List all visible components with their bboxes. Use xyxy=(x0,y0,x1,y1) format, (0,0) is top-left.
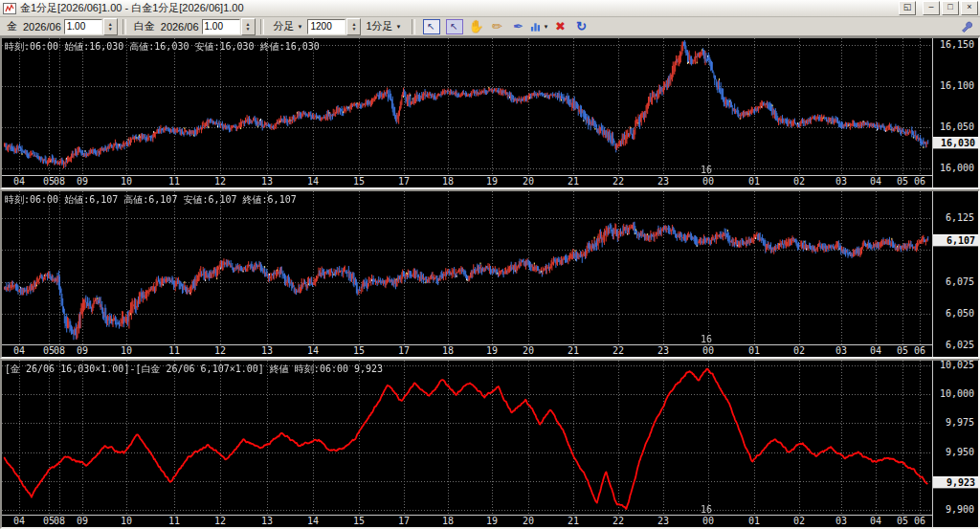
spread-formula-readout: [金 26/06 16,030×1.00]-[白金 26/06 6,107×1.… xyxy=(5,363,383,376)
time-axis-label: 20 xyxy=(523,516,534,526)
window-title: 金1分足[2026/06]1.00 - 白金1分足[2026/06]1.00 xyxy=(20,1,244,15)
price-axis-label: 16,150 xyxy=(940,39,974,50)
platinum-multiplier-input[interactable]: 1.00 xyxy=(202,19,240,34)
bar-type-dropdown[interactable]: 分足 ▼ xyxy=(271,18,306,34)
chart-type-button[interactable]: ▼ xyxy=(530,18,549,35)
price-axis-label: 16,100 xyxy=(940,80,974,91)
time-axis-label: 22 xyxy=(612,345,624,356)
price-axis-label: 16,000 xyxy=(940,163,974,173)
gold-multiplier-spinner[interactable]: ▲▼ xyxy=(103,18,118,35)
titlebar[interactable]: 金1分足[2026/06]1.00 - 白金1分足[2026/06]1.00 ◱… xyxy=(0,0,980,17)
time-axis-label: 17 xyxy=(398,345,410,356)
gold-chart-pane: 0405080910111213141517181920212223000102… xyxy=(0,36,980,189)
minimize-button[interactable]: – xyxy=(923,1,940,15)
refresh-button[interactable]: ↻ xyxy=(572,18,591,35)
time-axis-label: 09 xyxy=(77,176,88,187)
hand-tool-button[interactable]: ✋ xyxy=(467,18,486,35)
price-axis-label: 6,050 xyxy=(946,308,974,319)
price-axis-label: 9,975 xyxy=(946,417,974,428)
spread-chart-pane: 0405080910111213141517181920212223000102… xyxy=(0,359,980,529)
close-button[interactable]: × xyxy=(961,1,978,15)
time-axis-label: 09 xyxy=(77,516,88,526)
price-axis-label: 10,000 xyxy=(940,388,974,399)
red-x-icon: ✖ xyxy=(555,19,566,33)
platinum-plot-canvas[interactable] xyxy=(2,191,932,344)
toolbar: 金 2026/06 1.00 ▲▼ 白金 2026/06 1.00 ▲▼ 分足 … xyxy=(0,17,980,36)
last-price-tag: 9,923 xyxy=(933,476,978,489)
price-axis-label: 9,900 xyxy=(946,504,974,515)
time-axis-label: 02 xyxy=(793,516,805,526)
select-tool-button[interactable]: ↖ xyxy=(446,19,463,34)
time-axis-label: 10 xyxy=(121,176,132,187)
time-axis-label: 15 xyxy=(353,516,365,526)
gold-multiplier-input[interactable]: 1.00 xyxy=(64,19,102,34)
price-axis-label: 6,125 xyxy=(946,212,974,223)
time-axis-label: 10 xyxy=(121,345,132,356)
pencil-icon: ✏ xyxy=(492,19,502,33)
time-axis-label: 11 xyxy=(168,176,180,187)
interval-value: 1分足 xyxy=(366,19,392,33)
settings-wrench-button[interactable] xyxy=(956,18,975,35)
time-axis-label: 18 xyxy=(442,176,454,187)
chevron-down-icon: ▼ xyxy=(544,24,549,30)
cursor-tool-button[interactable]: ↖ xyxy=(423,19,440,34)
platinum-ohlc-readout: 時刻:06:00 始値:6,107 高値:6,107 安値:6,107 終値:6… xyxy=(5,193,297,207)
time-axis-label: 23 xyxy=(657,176,669,187)
time-axis-label: 13 xyxy=(261,516,273,526)
time-axis-label: 06 xyxy=(914,176,925,187)
pencil-tool-button[interactable]: ✏ xyxy=(488,18,507,35)
time-axis-label: 11 xyxy=(168,516,180,526)
last-price-tag: 6,107 xyxy=(933,234,978,247)
platinum-multiplier-spinner[interactable]: ▲▼ xyxy=(241,18,256,35)
time-axis-label: 15 xyxy=(353,345,365,356)
time-axis-label: 14 xyxy=(307,176,319,187)
time-axis-label: 00 xyxy=(702,176,714,187)
time-axis-label: 14 xyxy=(307,516,319,526)
chevron-down-icon: ▼ xyxy=(298,24,303,30)
gold-ohlc-readout: 時刻:06:00 始値:16,030 高値:16,030 安値:16,030 終… xyxy=(5,40,320,54)
time-axis-label: 05 xyxy=(897,516,908,526)
time-axis-label: 09 xyxy=(77,345,88,356)
time-axis-label: 12 xyxy=(214,516,226,526)
time-axis-label: 18 xyxy=(442,516,454,526)
time-axis-label: 05 xyxy=(897,176,908,187)
time-axis-label: 03 xyxy=(835,345,847,356)
time-axis-label: 11 xyxy=(168,345,180,356)
pointer-icon: ↖ xyxy=(450,21,457,32)
time-axis-label: 04 xyxy=(870,345,881,356)
time-axis-label: 05 xyxy=(897,345,908,356)
spread-time-axis: 0405080910111213141517181920212223000102… xyxy=(2,515,932,527)
float-window-button[interactable]: ◱ xyxy=(899,1,916,15)
time-axis-label: 19 xyxy=(486,516,498,526)
interval-dropdown[interactable]: 1分足 ▼ xyxy=(363,18,404,34)
time-axis-label: 12 xyxy=(214,176,226,187)
time-axis-label: 21 xyxy=(568,176,579,187)
time-axis-label: 20 xyxy=(523,345,534,356)
pen-tool-button[interactable]: ✒ xyxy=(509,18,528,35)
time-axis-label: 08 xyxy=(54,176,65,187)
time-axis-label: 06 xyxy=(914,345,925,356)
time-axis-label: 08 xyxy=(54,345,65,356)
price-axis-label: 9,950 xyxy=(946,447,974,457)
gold-contract-month: 2026/06 xyxy=(23,21,61,33)
time-axis-label: 04 xyxy=(13,345,25,356)
gold-plot-canvas[interactable] xyxy=(2,38,932,175)
time-axis-label: 04 xyxy=(13,516,25,526)
time-axis-label: 14 xyxy=(307,345,319,356)
time-axis-label: 23 xyxy=(657,516,669,526)
spread-plot-canvas[interactable] xyxy=(2,361,932,515)
time-axis-label: 02 xyxy=(793,176,805,187)
platinum-time-axis: 0405080910111213141517181920212223000102… xyxy=(2,344,932,357)
toolbar-separator xyxy=(412,19,415,34)
bar-count-spinner[interactable]: ▲▼ xyxy=(346,18,361,35)
last-price-tag: 16,030 xyxy=(933,137,978,149)
time-axis-label: 22 xyxy=(612,176,624,187)
maximize-button[interactable]: □ xyxy=(942,1,959,15)
time-axis-label: 17 xyxy=(398,516,410,526)
bar-count-input[interactable]: 1200 xyxy=(307,19,345,34)
time-axis-label: 01 xyxy=(748,345,760,356)
toolbar-separator xyxy=(260,19,264,34)
gold-price-axis: 16,15016,10016,05016,00016,030 xyxy=(932,38,978,187)
bar-chart-icon xyxy=(530,21,541,33)
delete-drawing-button[interactable]: ✖ xyxy=(551,18,570,35)
